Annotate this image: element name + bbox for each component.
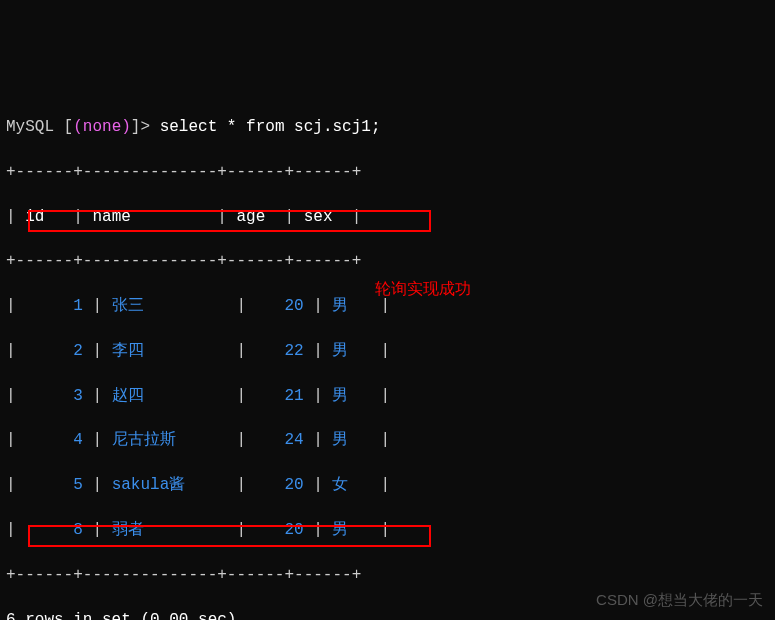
cell-name: 赵四 <box>112 385 237 407</box>
col-age-header: age <box>236 208 274 226</box>
prompt-gt: > <box>140 118 150 136</box>
prompt-line-1: MySQL [(none)]> select * from scj.scj1; <box>6 116 769 138</box>
cell-age: 21 <box>256 385 304 407</box>
cell-id: 2 <box>25 340 83 362</box>
col-name-header: name <box>92 208 207 226</box>
cell-id: 1 <box>25 295 83 317</box>
cell-sex: 男 <box>332 519 380 541</box>
prompt-mysql: MySQL <box>6 118 54 136</box>
table-row: | 3 | 赵四| 21 | 男| <box>6 385 769 407</box>
cell-age: 20 <box>256 519 304 541</box>
cell-name: 弱者 <box>112 519 237 541</box>
cell-name: 李四 <box>112 340 237 362</box>
table-border: +------+--------------+------+------+ <box>6 161 769 183</box>
cell-name: 张三 <box>112 295 237 317</box>
prompt-db: (none) <box>73 118 131 136</box>
table-row: | 2 | 李四| 22 | 男| <box>6 340 769 362</box>
col-id-header: id <box>25 208 63 226</box>
table-border: +------+--------------+------+------+ <box>6 250 769 272</box>
cell-age: 20 <box>256 295 304 317</box>
table-header-1: | id | name | age | sex | <box>6 206 769 228</box>
cell-id: 4 <box>25 429 83 451</box>
cell-sex: 男 <box>332 385 380 407</box>
cell-name: sakula酱 <box>112 474 237 496</box>
cell-sex: 男 <box>332 295 380 317</box>
table-row: | 8 | 弱者| 20 | 男| <box>6 519 769 541</box>
cell-age: 24 <box>256 429 304 451</box>
cell-id: 3 <box>25 385 83 407</box>
watermark-text: CSDN @想当大佬的一天 <box>596 589 763 610</box>
cell-age: 22 <box>256 340 304 362</box>
cell-id: 8 <box>25 519 83 541</box>
sql-command-1: select * from scj.scj1; <box>160 118 381 136</box>
table-row: | 5 | sakula酱| 20 | 女| <box>6 474 769 496</box>
table-border: +------+--------------+------+------+ <box>6 564 769 586</box>
table-row: | 1 | 张三| 20 | 男| <box>6 295 769 317</box>
col-sex-header: sex <box>304 208 342 226</box>
cell-age: 20 <box>256 474 304 496</box>
cell-sex: 男 <box>332 429 380 451</box>
cell-sex: 女 <box>332 474 380 496</box>
cell-sex: 男 <box>332 340 380 362</box>
table-row: | 4 | 尼古拉斯| 24 | 男| <box>6 429 769 451</box>
result-line-1: 6 rows in set (0.00 sec) <box>6 609 769 620</box>
cell-id: 5 <box>25 474 83 496</box>
cell-name: 尼古拉斯 <box>112 429 237 451</box>
